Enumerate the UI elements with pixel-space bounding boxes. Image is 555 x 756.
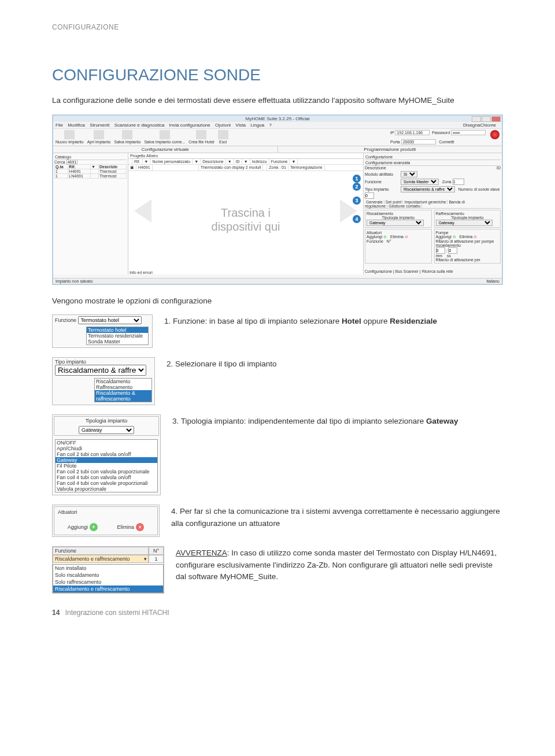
- tipo-label: Tipo impianto: [365, 187, 399, 191]
- step4-text: 4. Per far sì che la comunicazione tra i…: [171, 505, 503, 529]
- numero-cell[interactable]: 1: [149, 555, 164, 563]
- subtab-contatto[interactable]: Gestione contatto: [387, 204, 422, 208]
- option-fancoil2-prop[interactable]: Fan coil 2 tubi con valvola proporzional…: [56, 469, 157, 475]
- option-fancoil4-onoff[interactable]: Fan coil 4 tubi con valvola on/off: [56, 475, 157, 480]
- del-button[interactable]: Elimina: [390, 235, 404, 239]
- add-button[interactable]: Aggiungi: [436, 235, 452, 239]
- ribbon-exit[interactable]: Esci: [218, 130, 228, 144]
- funzione-dropdown: Termostato hotel Termostato residenziale…: [86, 327, 149, 345]
- option-fancoil2-onoff[interactable]: Fan coil 2 tubi con valvola on/off: [56, 451, 157, 457]
- footertab-ricerca[interactable]: Ricerca sulla rete: [422, 269, 453, 273]
- ribbon-hotel[interactable]: Crea file Hotel: [188, 130, 214, 144]
- option-solo-risc[interactable]: Solo riscaldamento: [53, 572, 163, 579]
- elimina-button[interactable]: Elimina×: [117, 523, 145, 531]
- option-fancoil4-prop[interactable]: Fan coil 4 tubi con valvole proporzional…: [56, 480, 157, 486]
- option-valvola-prop[interactable]: Valvola proporzionale: [56, 486, 157, 492]
- tipo-raff-select[interactable]: Gateway: [436, 220, 493, 226]
- mod-select[interactable]: Sì: [401, 171, 417, 177]
- ip-input[interactable]: 192.168.1.186: [395, 130, 430, 135]
- ip-label: IP: [390, 131, 394, 135]
- step5-screenshot: FunzioneN° Riscaldamento e raffrescament…: [52, 546, 164, 594]
- subtab-setpoint[interactable]: Set point: [384, 200, 404, 204]
- option-filpilote[interactable]: Fil Pilote: [56, 463, 157, 469]
- project-row[interactable]: ▣ H4691 Thermostato con display 2 moduli…: [128, 165, 363, 171]
- rit-mm-input[interactable]: [436, 247, 445, 254]
- func-select[interactable]: Sonda Master: [401, 179, 439, 185]
- menu-vista[interactable]: Vista: [235, 123, 246, 128]
- config-footer-tabs: Configurazione | Bus Scanner | Ricerca s…: [365, 269, 453, 273]
- minimize-button[interactable]: [472, 116, 481, 122]
- option-risc-e-raff[interactable]: Riscaldamento e raffrescamento: [53, 585, 163, 592]
- menu-modifica[interactable]: Modifica: [68, 123, 85, 128]
- menu-file[interactable]: File: [56, 123, 63, 128]
- window-title: MyHOME Suite 3.2.25 - Official: [246, 116, 310, 121]
- page-title: CONFIGURAZIONE SONDE: [52, 66, 503, 84]
- option-raffrescamento[interactable]: Raffrescamento: [95, 384, 151, 390]
- config-title: Configurazione: [365, 154, 501, 160]
- config-adv[interactable]: Configurazione avanzata: [365, 160, 501, 166]
- option-riscaldamento[interactable]: Riscaldamento: [95, 379, 151, 384]
- rit-ss-input[interactable]: [448, 247, 457, 254]
- option-onoff[interactable]: ON/OFF: [56, 440, 157, 446]
- funzione-cell-select[interactable]: Riscaldamento e raffrescamento: [53, 555, 149, 563]
- mode-tabs: Configurazione virtuale Programmazione p…: [53, 146, 502, 153]
- project-columns: Rif. ▼ Nome personalizzato ▼ Descrizione…: [128, 159, 363, 165]
- menu-help[interactable]: ?: [269, 123, 271, 128]
- tab-program-prodotti[interactable]: Programmazione prodotti: [278, 146, 502, 153]
- password-label: Password: [432, 131, 450, 135]
- tipoimpianto-select[interactable]: Riscaldamento & raffre: [55, 365, 146, 376]
- option-risc-raffr[interactable]: Riscaldamento & raffrescamento: [95, 390, 151, 402]
- project-area: Progetto Albero Rif. ▼ Nome personalizza…: [128, 153, 363, 275]
- del-button[interactable]: Elimina: [460, 235, 473, 239]
- tab-config-virtuale[interactable]: Configurazione virtuale: [53, 146, 278, 153]
- status-unsaved: Impianto non salvato: [56, 279, 93, 283]
- ribbon-new[interactable]: Nuovo impianto: [56, 130, 84, 144]
- subintro: Vengono mostrate le opzioni di configura…: [52, 297, 503, 305]
- footertab-config[interactable]: Configurazione: [365, 269, 392, 273]
- maximize-button[interactable]: [482, 116, 491, 122]
- ribbon-open[interactable]: Apri impianto: [87, 130, 111, 144]
- option-termostato-hotel[interactable]: Termostato hotel: [87, 327, 148, 333]
- menu-scansione[interactable]: Scansione e diagnostica: [114, 123, 165, 128]
- tipo-select[interactable]: Riscaldamento & raffre: [401, 186, 455, 192]
- catalog-row[interactable]: 1H4691Thermost: [55, 169, 127, 174]
- catalog-row[interactable]: 1LN4691Thermost: [55, 174, 127, 179]
- option-non-installato[interactable]: Non installato: [53, 565, 163, 572]
- window-titlebar: MyHOME Suite 3.2.25 - Official: [53, 116, 502, 122]
- subtab-impost[interactable]: Impostazioni generiche: [403, 200, 447, 204]
- menu-opzioni[interactable]: Opzioni: [215, 123, 231, 128]
- option-sonda-master[interactable]: Sonda Master: [87, 339, 148, 344]
- disegna-chiome-button[interactable]: DisegnaChiome: [463, 123, 496, 128]
- add-button[interactable]: Aggiungi: [367, 235, 382, 239]
- zona-input[interactable]: [453, 179, 464, 185]
- tipo-risc-select[interactable]: Gateway: [367, 220, 424, 226]
- menu-invia[interactable]: Invia configurazione: [169, 123, 210, 128]
- connect-button[interactable]: Connetti: [439, 140, 454, 144]
- password-input[interactable]: •••••: [451, 130, 486, 135]
- page-number: 14: [52, 609, 60, 617]
- footertab-bus[interactable]: Bus Scanner: [395, 269, 419, 273]
- slaves-label: Numero di sonde slave: [458, 187, 500, 191]
- ribbon-saveas[interactable]: Salva impianto come...: [144, 130, 185, 144]
- menu-lingua[interactable]: Lingua: [250, 123, 264, 128]
- raffrescamento-box: Raffrescamento Tipologia impianto Gatewa…: [434, 210, 501, 228]
- option-gateway[interactable]: Gateway: [56, 457, 157, 463]
- port-input[interactable]: 20000: [401, 139, 436, 144]
- info-errors-tab[interactable]: Info ed errori: [130, 270, 153, 275]
- option-aprichiudi[interactable]: Apri/Chiudi: [56, 446, 157, 451]
- slaves-input[interactable]: [365, 192, 374, 199]
- ribbon-save[interactable]: Salva impianto: [114, 130, 141, 144]
- aggiungi-button[interactable]: Aggiungi+: [68, 523, 98, 531]
- funzione-select[interactable]: Termostato hotel: [78, 316, 142, 324]
- project-tabs[interactable]: Progetto Albero: [128, 153, 363, 159]
- option-solo-raff[interactable]: Solo raffrescamento: [53, 579, 163, 585]
- option-termostato-residenziale[interactable]: Termostato residenziale: [87, 333, 148, 339]
- menu-strumenti[interactable]: Strumenti: [90, 123, 109, 128]
- catalog-search-input[interactable]: 4691: [66, 160, 78, 165]
- func-label: Funzione: [365, 180, 399, 184]
- close-button[interactable]: [491, 116, 501, 122]
- subtab-generale[interactable]: Generale: [365, 200, 384, 204]
- catalog-tab[interactable]: Catalogo: [54, 154, 127, 160]
- minus-icon: ×: [136, 523, 144, 531]
- tipologia-select[interactable]: Gateway: [79, 426, 134, 434]
